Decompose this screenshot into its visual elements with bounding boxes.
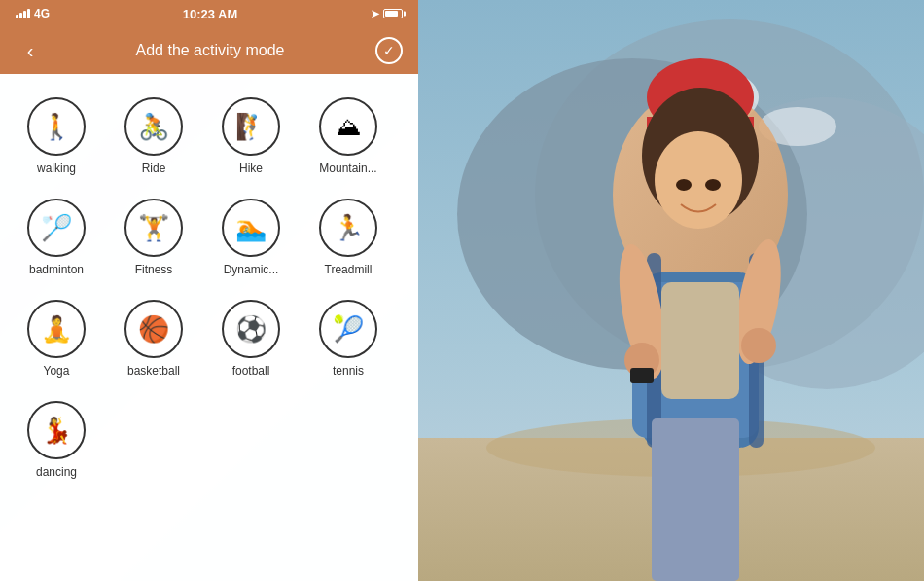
activity-item-dancing[interactable]: 💃dancing	[8, 393, 105, 487]
activity-item-treadmill[interactable]: 🏃Treadmill	[300, 191, 397, 284]
activity-row: 🧘Yoga🏀basketball⚽football🎾tennis	[8, 292, 410, 385]
activity-item-dynamic[interactable]: 🏊Dynamic...	[202, 191, 300, 284]
activity-row: 🚶walking🚴Ride🧗Hike⛰Mountain...	[8, 90, 410, 183]
activity-item-basketball[interactable]: 🏀basketball	[105, 292, 202, 385]
status-bar: 4G 10:23 AM ➤	[0, 0, 418, 27]
activity-item-tennis[interactable]: 🎾tennis	[300, 292, 397, 385]
activity-label-ride: Ride	[142, 162, 166, 175]
signal-bars	[16, 9, 30, 18]
phone-ui-overlay: 4G 10:23 AM ➤ ‹ Add the activity mode ✓ …	[0, 0, 418, 581]
activity-label-football: football	[232, 364, 270, 378]
signal-bar-4	[27, 9, 30, 18]
status-time: 10:23 AM	[183, 7, 238, 21]
activity-icon-basketball: 🏀	[124, 300, 183, 358]
activity-label-dynamic: Dynamic...	[224, 263, 279, 276]
nav-bar: ‹ Add the activity mode ✓	[0, 27, 418, 74]
activity-icon-mountain: ⛰	[319, 97, 377, 156]
signal-bar-3	[23, 11, 26, 18]
activity-item-mountain[interactable]: ⛰Mountain...	[300, 90, 397, 183]
svg-point-12	[655, 131, 742, 229]
page-title: Add the activity mode	[136, 42, 285, 59]
activity-item-football[interactable]: ⚽football	[202, 292, 300, 385]
activity-label-yoga: Yoga	[44, 364, 70, 378]
status-left: 4G	[16, 7, 50, 20]
activity-item-fitness[interactable]: 🏋Fitness	[105, 191, 202, 284]
activity-icon-dynamic: 🏊	[222, 199, 280, 257]
activity-label-mountain: Mountain...	[319, 162, 376, 175]
svg-rect-26	[661, 282, 739, 399]
activity-label-badminton: badminton	[29, 263, 84, 276]
activity-icon-hike: 🧗	[222, 97, 280, 156]
svg-point-14	[705, 179, 721, 191]
activity-icon-walking: 🚶	[27, 97, 86, 156]
activity-label-basketball: basketball	[127, 364, 180, 378]
activity-item-hike[interactable]: 🧗Hike	[202, 90, 300, 183]
activity-grid: 🚶walking🚴Ride🧗Hike⛰Mountain...🏸badminton…	[0, 74, 418, 581]
location-icon: ➤	[371, 8, 379, 20]
activity-item-ride[interactable]: 🚴Ride	[105, 90, 202, 183]
activity-icon-treadmill: 🏃	[319, 199, 377, 257]
battery-icon	[383, 9, 403, 18]
battery-fill	[385, 11, 398, 17]
svg-point-13	[676, 179, 692, 191]
back-button[interactable]: ‹	[16, 40, 45, 62]
status-right: ➤	[371, 8, 403, 20]
activity-label-treadmill: Treadmill	[325, 263, 373, 276]
activity-label-dancing: dancing	[36, 465, 77, 479]
activity-icon-yoga: 🧘	[27, 300, 86, 358]
activity-icon-football: ⚽	[222, 300, 280, 358]
activity-label-walking: walking	[37, 162, 76, 175]
activity-icon-tennis: 🎾	[319, 300, 377, 358]
confirm-button[interactable]: ✓	[375, 37, 403, 64]
activity-item-walking[interactable]: 🚶walking	[8, 90, 105, 183]
activity-label-tennis: tennis	[333, 364, 364, 378]
svg-point-22	[741, 328, 776, 363]
network-label: 4G	[34, 7, 50, 20]
svg-rect-25	[630, 368, 654, 383]
signal-bar-2	[19, 13, 22, 18]
activity-icon-dancing: 💃	[27, 401, 86, 459]
activity-row: 🏸badminton🏋Fitness🏊Dynamic...🏃Treadmill	[8, 191, 410, 284]
activity-item-yoga[interactable]: 🧘Yoga	[8, 292, 105, 385]
activity-row: 💃dancing	[8, 393, 410, 487]
activity-item-badminton[interactable]: 🏸badminton	[8, 191, 105, 284]
svg-rect-27	[652, 418, 739, 581]
activity-icon-ride: 🚴	[124, 97, 183, 156]
activity-label-fitness: Fitness	[135, 263, 173, 276]
activity-label-hike: Hike	[239, 162, 263, 175]
signal-bar-1	[16, 15, 18, 18]
activity-icon-fitness: 🏋	[124, 199, 183, 257]
activity-icon-badminton: 🏸	[27, 199, 86, 257]
